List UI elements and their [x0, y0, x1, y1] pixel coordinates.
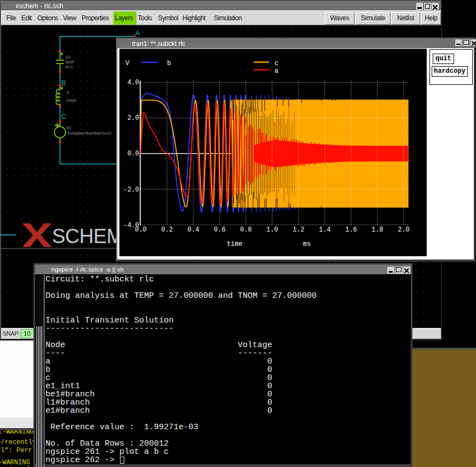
svg-text:0.4: 0.4	[187, 226, 199, 234]
svg-text:-2.0: -2.0	[123, 186, 139, 194]
svg-text:c: c	[274, 60, 278, 67]
svg-text:2.0: 2.0	[127, 114, 139, 122]
svg-text:0.2: 0.2	[161, 226, 173, 234]
svg-text:0.6: 0.6	[214, 226, 226, 234]
svg-text:1.0: 1.0	[266, 226, 278, 234]
svg-text:b: b	[167, 60, 171, 67]
svg-text:-4.0: -4.0	[123, 222, 139, 229]
svg-text:a: a	[274, 67, 278, 75]
svg-text:1.2: 1.2	[293, 226, 305, 234]
svg-text:1.8: 1.8	[371, 226, 383, 234]
svg-text:1.4: 1.4	[319, 226, 331, 234]
svg-text:2.0: 2.0	[398, 226, 410, 234]
svg-text:V: V	[125, 60, 130, 67]
svg-text:ms: ms	[303, 240, 311, 248]
svg-text:1.6: 1.6	[345, 226, 357, 234]
svg-text:0.0: 0.0	[127, 150, 139, 158]
svg-text:4.0: 4.0	[127, 79, 139, 87]
svg-text:0.8: 0.8	[240, 226, 252, 234]
svg-text:time: time	[227, 240, 243, 248]
